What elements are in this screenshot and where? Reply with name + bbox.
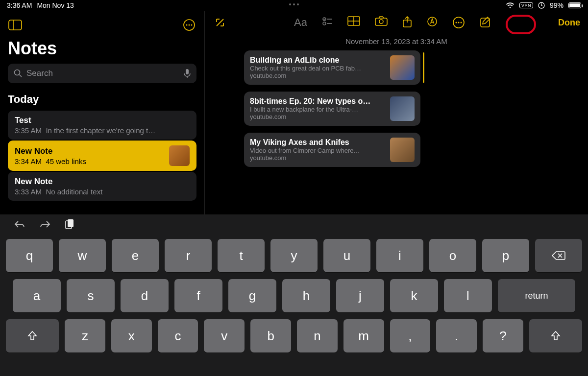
redo-icon[interactable] <box>39 220 51 229</box>
key-r[interactable]: r <box>165 239 212 272</box>
key-l[interactable]: l <box>444 279 492 312</box>
key-h[interactable]: h <box>282 279 330 312</box>
note-thumbnail <box>169 145 190 166</box>
svg-rect-9 <box>186 69 189 74</box>
key-o[interactable]: o <box>429 239 476 272</box>
section-header: Today <box>0 90 204 111</box>
search-input[interactable] <box>23 69 184 78</box>
compose-icon[interactable] <box>480 16 491 29</box>
editor-more-icon[interactable] <box>452 16 465 29</box>
note-item[interactable]: New Note 3:33 AM No additional text <box>8 172 196 201</box>
page-title: Notes <box>0 38 204 64</box>
key-a[interactable]: a <box>13 279 61 312</box>
expand-icon[interactable] <box>213 15 227 30</box>
note-meta: 3:33 AM No additional text <box>15 188 190 196</box>
note-title: New Note <box>15 177 190 187</box>
svg-rect-27 <box>68 219 74 227</box>
link-domain: youtube.com <box>250 154 384 162</box>
key-u[interactable]: u <box>323 239 370 272</box>
return-key[interactable]: return <box>498 279 575 312</box>
key-punct[interactable]: , <box>390 319 431 352</box>
key-n[interactable]: n <box>297 319 338 352</box>
svg-point-7 <box>15 70 20 75</box>
text-cursor <box>423 52 424 83</box>
link-card[interactable]: My Viking Axes and Knifes Video out from… <box>244 133 420 167</box>
svg-point-18 <box>379 20 383 24</box>
notes-list: Test 3:35 AM In the first chapter we're … <box>0 111 204 202</box>
key-i[interactable]: i <box>376 239 423 272</box>
mic-icon[interactable] <box>184 69 191 78</box>
svg-point-24 <box>460 22 462 24</box>
search-field[interactable] <box>8 64 196 83</box>
link-thumbnail <box>390 138 415 162</box>
note-item-selected[interactable]: New Note 3:34 AM 45 web links <box>8 141 196 171</box>
undo-icon[interactable] <box>14 220 25 229</box>
key-q[interactable]: q <box>6 239 53 272</box>
checklist-icon[interactable] <box>322 16 333 29</box>
svg-rect-1 <box>9 20 22 30</box>
svg-point-6 <box>191 24 193 26</box>
note-title: Test <box>15 116 190 125</box>
table-icon[interactable] <box>347 16 360 29</box>
note-meta: 3:34 AM 45 web links <box>15 157 164 165</box>
vpn-badge: VPN <box>519 2 533 8</box>
key-d[interactable]: d <box>121 279 169 312</box>
key-j[interactable]: j <box>336 279 384 312</box>
key-m[interactable]: m <box>343 319 384 352</box>
note-item[interactable]: Test 3:35 AM In the first chapter we're … <box>8 111 196 140</box>
svg-point-5 <box>189 24 190 26</box>
key-c[interactable]: c <box>158 319 198 352</box>
link-title: Building an AdLib clone <box>250 56 384 65</box>
backspace-key[interactable] <box>535 239 582 272</box>
status-time: 3:36 AM <box>7 1 32 9</box>
link-card[interactable]: 8bit-times Ep. 20: New types o… I built … <box>244 92 420 126</box>
key-e[interactable]: e <box>112 239 159 272</box>
key-punct[interactable]: ? <box>483 319 523 352</box>
battery-percent: 99% <box>550 1 564 9</box>
editor-toolbar: Aa Done <box>205 11 588 34</box>
link-list: Building an AdLib clone Check out this g… <box>224 50 568 167</box>
key-z[interactable]: z <box>65 319 105 352</box>
note-title: New Note <box>15 146 164 156</box>
svg-point-22 <box>455 22 457 24</box>
more-circle-icon[interactable] <box>182 18 196 32</box>
sidebar-toggle-icon[interactable] <box>8 18 23 32</box>
key-f[interactable]: f <box>174 279 222 312</box>
svg-point-23 <box>458 22 459 24</box>
key-g[interactable]: g <box>228 279 276 312</box>
link-thumbnail <box>390 96 415 121</box>
link-domain: youtube.com <box>250 113 384 120</box>
key-w[interactable]: w <box>59 239 106 272</box>
key-x[interactable]: x <box>111 319 152 352</box>
link-domain: youtube.com <box>250 72 384 79</box>
svg-point-12 <box>323 22 326 25</box>
text-style-icon[interactable]: Aa <box>294 16 307 29</box>
camera-icon[interactable] <box>375 16 388 29</box>
onscreen-keyboard[interactable]: qwertyuiopasdfghjklreturnzxcvbnm,.? <box>0 214 588 376</box>
link-title: 8bit-times Ep. 20: New types o… <box>250 97 384 106</box>
wifi-icon <box>506 2 514 8</box>
key-p[interactable]: p <box>482 239 529 272</box>
key-k[interactable]: k <box>390 279 438 312</box>
link-desc: Check out this great deal on PCB fab… <box>250 65 384 72</box>
markup-icon[interactable] <box>427 16 438 29</box>
link-thumbnail <box>390 55 415 80</box>
key-y[interactable]: y <box>270 239 318 272</box>
key-v[interactable]: v <box>204 319 245 352</box>
clipboard-icon[interactable] <box>65 219 74 230</box>
link-card[interactable]: Building an AdLib clone Check out this g… <box>244 50 420 85</box>
key-punct[interactable]: . <box>436 319 477 352</box>
key-s[interactable]: s <box>67 279 115 312</box>
link-desc: Video out from Cimbrer Camp where… <box>250 147 384 154</box>
multitask-handle[interactable] <box>285 3 303 6</box>
key-b[interactable]: b <box>250 319 291 352</box>
note-date: November 13, 2023 at 3:34 AM <box>224 34 568 50</box>
key-t[interactable]: t <box>218 239 265 272</box>
shift-key[interactable] <box>529 319 582 352</box>
done-button[interactable]: Done <box>558 18 580 28</box>
shift-key[interactable] <box>6 319 59 352</box>
status-date: Mon Nov 13 <box>37 1 74 9</box>
search-icon <box>14 69 23 78</box>
svg-line-8 <box>20 75 22 77</box>
share-icon[interactable] <box>402 16 412 29</box>
